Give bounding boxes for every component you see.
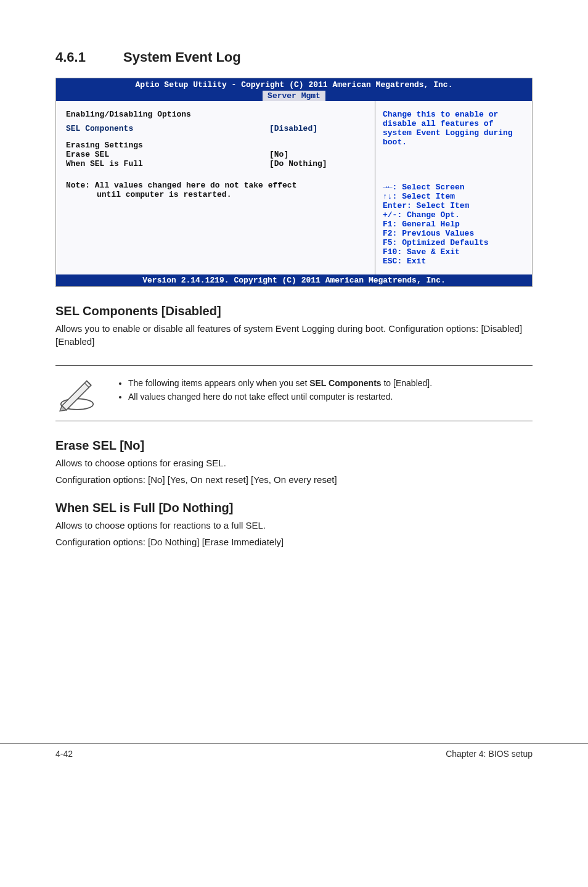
bios-title-line: Aptio Setup Utility - Copyright (C) 2011… (56, 80, 532, 89)
bios-screenshot: Aptio Setup Utility - Copyright (C) 2011… (55, 78, 533, 287)
bios-nav-change-opt: +/-: Change Opt. (383, 210, 525, 220)
bios-enabling-heading: Enabling/Disabling Options (66, 110, 365, 119)
bios-when-full-value: [Do Nothing] (269, 159, 327, 168)
erase-sel-heading: Erase SEL [No] (55, 439, 533, 453)
bios-left-pane: Enabling/Disabling Options SEL Component… (56, 101, 375, 274)
section-heading: 4.6.1System Event Log (55, 49, 533, 65)
bios-sel-components-value: [Disabled] (269, 124, 317, 133)
note-list: The following items appears only when yo… (117, 374, 432, 405)
bios-tab-server-mgmt: Server Mgmt (263, 91, 325, 101)
bios-nav-esc: ESC: Exit (383, 257, 525, 266)
section-number: 4.6.1 (55, 49, 123, 65)
pencil-icon (55, 374, 99, 412)
bios-nav-select-screen: →←: Select Screen (383, 183, 525, 192)
page-number: 4-42 (55, 749, 73, 759)
bios-erasing-heading: Erasing Settings (66, 141, 365, 150)
note-item-2: All values changed here do not take effe… (128, 392, 432, 402)
erase-sel-options: Configuration options: [No] [Yes, On nex… (55, 473, 533, 486)
bios-note-line2: until computer is restarted. (66, 190, 365, 199)
bios-when-full-label: When SEL is Full (66, 159, 269, 168)
page-footer: 4-42 Chapter 4: BIOS setup (0, 743, 588, 783)
bios-body: Enabling/Disabling Options SEL Component… (56, 101, 532, 274)
bios-right-pane: Change this to enable or disable all fea… (375, 101, 532, 274)
bios-nav-f2: F2: Previous Values (383, 229, 525, 238)
bios-help-text: Change this to enable or disable all fea… (383, 110, 525, 147)
bios-nav-f1: F1: General Help (383, 220, 525, 229)
erase-sel-desc: Allows to choose options for erasing SEL… (55, 456, 533, 469)
bios-nav-f10: F10: Save & Exit (383, 247, 525, 257)
when-sel-full-options: Configuration options: [Do Nothing] [Era… (55, 535, 533, 548)
bios-erase-sel-value: [No] (269, 150, 288, 159)
when-sel-full-desc: Allows to choose options for reactions t… (55, 519, 533, 532)
note-box: The following items appears only when yo… (55, 365, 533, 421)
bios-erase-sel-label: Erase SEL (66, 150, 269, 159)
bios-footer: Version 2.14.1219. Copyright (C) 2011 Am… (56, 274, 532, 286)
note-item-1: The following items appears only when yo… (128, 378, 432, 388)
bios-nav-enter: Enter: Select Item (383, 201, 525, 210)
bios-note-line1: Note: All values changed here do not tak… (66, 181, 365, 190)
sel-components-desc: Allows you to enable or disable all feat… (55, 322, 533, 348)
section-title-text: System Event Log (123, 49, 241, 65)
bios-nav-select-item: ↑↓: Select Item (383, 192, 525, 201)
bios-sel-components-label: SEL Components (66, 124, 269, 133)
chapter-label: Chapter 4: BIOS setup (446, 749, 533, 759)
sel-components-heading: SEL Components [Disabled] (55, 304, 533, 318)
when-sel-full-heading: When SEL is Full [Do Nothing] (55, 501, 533, 515)
bios-header: Aptio Setup Utility - Copyright (C) 2011… (56, 78, 532, 101)
bios-nav-f5: F5: Optimized Defaults (383, 238, 525, 247)
